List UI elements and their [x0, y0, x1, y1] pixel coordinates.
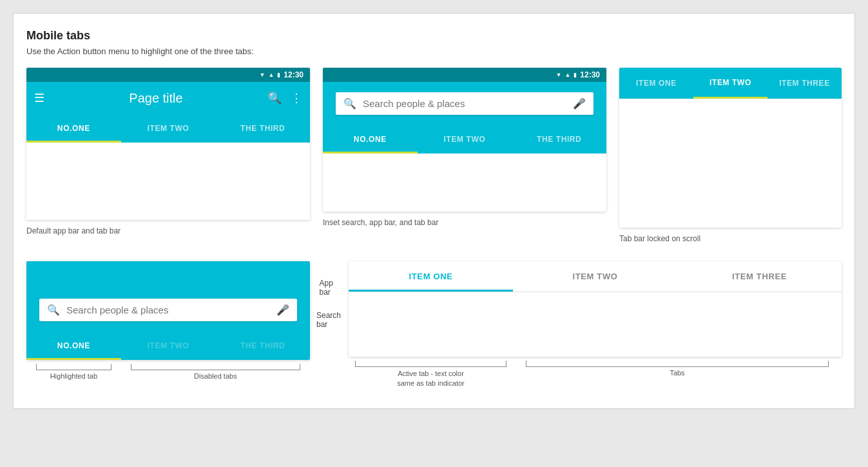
demo4-mockup: 🔍 🎤 NO.ONE ITEM TWO THE THIRD App barSea… [26, 261, 310, 360]
demo1-content [26, 143, 310, 220]
demo3-content [619, 99, 842, 228]
tabs-bracket: Tabs [513, 361, 842, 389]
battery-icon: ▮ [277, 72, 280, 78]
demo3-tab-2[interactable]: ITEM THREE [767, 68, 842, 99]
demo5-tab-2[interactable]: ITEM THREE [677, 261, 842, 292]
demo5-mockup: ITEM ONE ITEM TWO ITEM THREE [349, 261, 842, 357]
demo2-tab-bar: NO.ONE ITEM TWO THE THIRD [323, 125, 606, 154]
main-card: Mobile tabs Use the Action button menu t… [13, 13, 855, 409]
disabled-bracket-line [131, 364, 300, 370]
demo3-mockup: ITEM ONE ITEM TWO ITEM THREE [619, 68, 842, 228]
demo4-search-input[interactable] [66, 304, 270, 315]
demo4-captions: Highlighted tab Disabled tabs [26, 364, 310, 380]
demo1-tab-1[interactable]: ITEM TWO [121, 114, 216, 143]
demo3-tab-1[interactable]: ITEM TWO [693, 68, 767, 99]
signal-icon2: ▲ [564, 72, 570, 78]
demo3-tab-bar: ITEM ONE ITEM TWO ITEM THREE [619, 68, 842, 99]
demo4-block: 🔍 🎤 NO.ONE ITEM TWO THE THIRD App barSea… [26, 261, 310, 380]
app-bar-label: App bar [320, 279, 334, 297]
highlighted-caption: Highlighted tab [26, 372, 121, 380]
tabs-bracket-line [526, 361, 829, 367]
demo2-block: ▼ ▲ ▮ 12:30 🔍 🎤 NO.ONE ITEM TWO [323, 68, 606, 243]
search-bar-label: Search bar [316, 311, 341, 329]
demo1-mockup: ▼ ▲ ▮ 12:30 ☰ Page title 🔍 ⋮ NO.ONE ITEM… [26, 68, 310, 220]
disabled-caption: Disabled tabs [121, 372, 310, 380]
demo4-tab-2[interactable]: THE THIRD [215, 332, 310, 360]
demo4-search-area: 🔍 🎤 [26, 290, 310, 332]
demo1-app-title: Page title [53, 91, 258, 106]
demo5-tab-bar: ITEM ONE ITEM TWO ITEM THREE [349, 261, 842, 292]
demo3-tab-0[interactable]: ITEM ONE [619, 68, 693, 99]
demo2-content [323, 154, 606, 212]
demos-grid: ▼ ▲ ▮ 12:30 ☰ Page title 🔍 ⋮ NO.ONE ITEM… [26, 68, 842, 243]
demo2-app-bar: 🔍 🎤 [323, 82, 606, 125]
page-subtitle: Use the Action button menu to highlight … [26, 46, 842, 56]
battery-icon2: ▮ [574, 72, 577, 78]
demo1-app-bar: ☰ Page title 🔍 ⋮ [26, 82, 310, 114]
highlighted-bracket-line [36, 364, 111, 370]
demo2-tab-0[interactable]: NO.ONE [323, 125, 418, 154]
demo1-block: ▼ ▲ ▮ 12:30 ☰ Page title 🔍 ⋮ NO.ONE ITEM… [26, 68, 310, 243]
demo1-tab-0[interactable]: NO.ONE [26, 114, 121, 143]
bottom-grid: 🔍 🎤 NO.ONE ITEM TWO THE THIRD App barSea… [26, 261, 842, 389]
demo4-tab-1[interactable]: ITEM TWO [121, 332, 216, 360]
active-bracket: Active tab - text color same as tab indi… [349, 361, 513, 389]
demo5-tab-0[interactable]: ITEM ONE [349, 261, 513, 292]
search-bar-annotation: Search bar [316, 311, 341, 329]
demo1-tab-bar: NO.ONE ITEM TWO THE THIRD [26, 114, 310, 143]
demo5-tab-1[interactable]: ITEM TWO [513, 261, 677, 292]
demo4-tab-bar: NO.ONE ITEM TWO THE THIRD [26, 332, 310, 360]
page-title: Mobile tabs [26, 29, 842, 43]
wifi-icon: ▼ [259, 72, 265, 78]
demo2-caption: Inset search, app bar, and tab bar [323, 218, 606, 227]
demo4-search-bar[interactable]: 🔍 🎤 [39, 299, 297, 321]
app-bar-annotation: App bar [316, 279, 333, 297]
demo1-time: 12:30 [284, 70, 304, 79]
active-bracket-line [355, 361, 506, 367]
highlighted-bracket: Highlighted tab [26, 364, 121, 380]
hamburger-icon[interactable]: ☰ [34, 91, 44, 105]
demo2-status-bar: ▼ ▲ ▮ 12:30 [323, 68, 606, 82]
demo1-caption: Default app bar and tab bar [26, 226, 310, 235]
demo2-search-bar[interactable]: 🔍 🎤 [336, 92, 593, 115]
demo5-content [349, 292, 842, 357]
demo1-status-bar: ▼ ▲ ▮ 12:30 [26, 68, 310, 82]
wifi-icon2: ▼ [555, 72, 561, 78]
demo2-tab-2[interactable]: THE THIRD [512, 125, 606, 154]
signal-icon: ▲ [268, 72, 274, 78]
demo2-mockup: ▼ ▲ ▮ 12:30 🔍 🎤 NO.ONE ITEM TWO [323, 68, 606, 212]
mic-icon2: 🎤 [276, 304, 289, 316]
active-caption: Active tab - text color same as tab indi… [349, 369, 513, 389]
demo5-area: ITEM ONE ITEM TWO ITEM THREE Active tab … [349, 261, 842, 389]
demo1-tab-2[interactable]: THE THIRD [215, 114, 310, 143]
demo4-tab-0[interactable]: NO.ONE [26, 332, 121, 360]
demo5-captions: Active tab - text color same as tab indi… [349, 361, 842, 389]
demo3-block: ITEM ONE ITEM TWO ITEM THREE Tab bar loc… [619, 68, 842, 243]
disabled-bracket: Disabled tabs [121, 364, 310, 380]
search-icon[interactable]: 🔍 [267, 91, 282, 105]
mic-icon: 🎤 [573, 97, 586, 110]
demo2-tab-1[interactable]: ITEM TWO [418, 125, 512, 154]
demo4-app-bar [26, 261, 310, 290]
search-icon-gray: 🔍 [343, 97, 356, 110]
tabs-caption: Tabs [513, 369, 842, 377]
more-vert-icon[interactable]: ⋮ [291, 91, 302, 105]
search-icon-gray2: 🔍 [47, 304, 60, 316]
demo5-block: ITEM ONE ITEM TWO ITEM THREE Active tab … [349, 261, 842, 389]
demo3-caption: Tab bar locked on scroll [619, 234, 842, 243]
demo2-search-input[interactable] [363, 98, 566, 109]
demo2-time: 12:30 [580, 70, 600, 79]
